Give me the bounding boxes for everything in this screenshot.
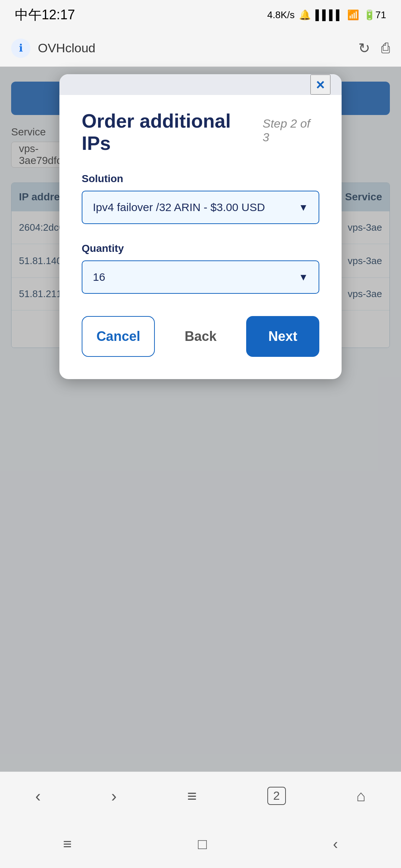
modal-title: Order additional IPs xyxy=(82,110,263,154)
solution-select[interactable]: Ipv4 failover /32 ARIN - $3.00 USD ▼ xyxy=(82,191,319,224)
battery-icon: 🔋71 xyxy=(363,9,386,21)
signal-icon: ▌▌▌▌ xyxy=(315,9,343,21)
browser-url[interactable]: OVHcloud xyxy=(38,41,351,55)
modal-header: Order additional IPs Step 2 of 3 xyxy=(82,110,319,154)
speed-indicator: 4.8K/s xyxy=(267,9,295,21)
nav-back-button[interactable]: ‹ xyxy=(35,787,41,805)
next-button[interactable]: Next xyxy=(246,316,319,357)
order-ips-modal: × Order additional IPs Step 2 of 3 Solut… xyxy=(59,74,342,379)
status-time: 中午12:17 xyxy=(15,6,75,24)
mute-icon: 🔔 xyxy=(299,9,311,21)
nav-forward-button[interactable]: › xyxy=(111,787,117,805)
nav-home-button[interactable]: ⌂ xyxy=(356,787,366,805)
modal-actions: Cancel Back Next xyxy=(82,316,319,357)
quantity-value: 16 xyxy=(93,271,105,283)
nav-menu-button[interactable]: ≡ xyxy=(187,787,197,805)
wifi-icon: 📶 xyxy=(347,9,359,21)
refresh-icon[interactable]: ↻ xyxy=(358,40,370,56)
sys-home-icon[interactable]: □ xyxy=(198,836,207,852)
status-bar: 中午12:17 4.8K/s 🔔 ▌▌▌▌ 📶 🔋71 xyxy=(0,0,401,30)
modal-body: Order additional IPs Step 2 of 3 Solutio… xyxy=(59,95,342,379)
modal-overlay: × Order additional IPs Step 2 of 3 Solut… xyxy=(0,67,401,794)
back-button[interactable]: Back xyxy=(173,321,228,352)
quantity-select[interactable]: 16 ▼ xyxy=(82,260,319,294)
quantity-select-arrow: ▼ xyxy=(299,272,308,283)
status-icons: 4.8K/s 🔔 ▌▌▌▌ 📶 🔋71 xyxy=(267,9,386,21)
sys-back-icon[interactable]: ‹ xyxy=(333,836,338,852)
nav-tabs-button[interactable]: 2 xyxy=(267,787,286,805)
bottom-nav-bar: ‹ › ≡ 2 ⌂ xyxy=(0,772,401,820)
system-bar: ≡ □ ‹ xyxy=(0,820,401,868)
solution-select-arrow: ▼ xyxy=(299,202,308,213)
share-icon[interactable]: ⎙ xyxy=(381,40,390,56)
close-button[interactable]: × xyxy=(310,75,330,95)
solution-label: Solution xyxy=(82,173,319,185)
browser-actions: ↻ ⎙ xyxy=(358,40,390,56)
modal-topbar: × xyxy=(59,74,342,95)
solution-value: Ipv4 failover /32 ARIN - $3.00 USD xyxy=(93,201,265,214)
modal-step: Step 2 of 3 xyxy=(263,117,319,144)
browser-bar: ℹ OVHcloud ↻ ⎙ xyxy=(0,30,401,67)
cancel-button[interactable]: Cancel xyxy=(82,316,155,357)
quantity-label: Quantity xyxy=(82,243,319,254)
sys-menu-icon[interactable]: ≡ xyxy=(63,836,72,852)
security-icon: ℹ xyxy=(11,39,30,58)
